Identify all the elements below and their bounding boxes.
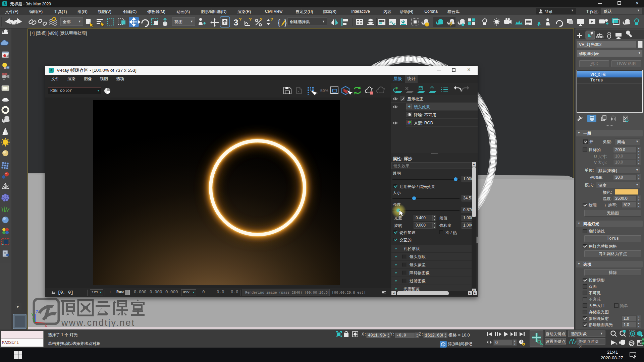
svg-text:?: ? — [270, 17, 273, 22]
svg-text:?: ? — [260, 17, 263, 22]
svg-text:50%: 50% — [320, 88, 328, 93]
svg-text:3: 3 — [233, 17, 238, 27]
svg-text:?: ? — [249, 17, 252, 22]
svg-text:?: ? — [239, 17, 242, 22]
svg-text:Z: Z — [36, 310, 38, 314]
svg-text:{: { — [278, 18, 280, 26]
svg-text:Y: Y — [31, 312, 34, 316]
svg-text:www.cndtjy.net: www.cndtjy.net — [61, 318, 135, 328]
svg-text:}: } — [284, 18, 287, 26]
